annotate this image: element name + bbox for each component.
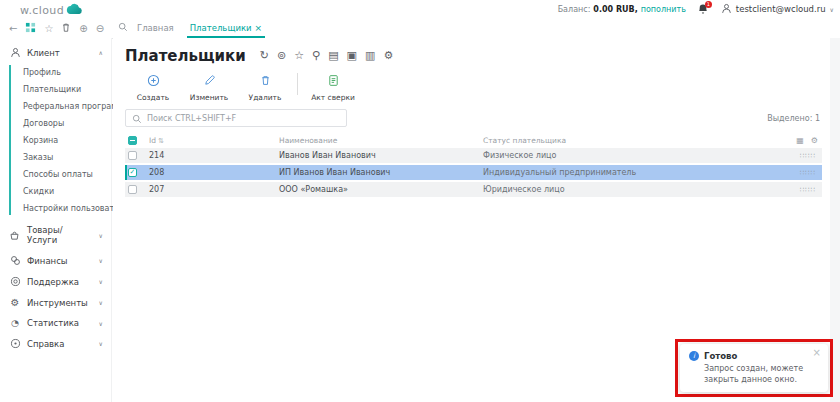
toolbar-button-label: Удалить: [249, 93, 282, 102]
document-icon[interactable]: ▤: [328, 50, 338, 62]
row-checkbox[interactable]: [128, 151, 137, 160]
basket-icon: [9, 230, 21, 241]
sidebar-section[interactable]: Клиент∧: [0, 42, 111, 63]
row-checkbox[interactable]: [128, 168, 137, 177]
topup-link[interactable]: пополнить: [641, 5, 686, 14]
sidebar-section-label: Финансы: [27, 256, 68, 266]
sidebar-section[interactable]: ◔Статистика∨: [0, 313, 111, 333]
sidebar-item[interactable]: Корзина: [0, 132, 111, 149]
tab-Плательщики[interactable]: Плательщики×: [190, 18, 262, 38]
sidebar-item[interactable]: Настройки пользователя: [0, 200, 111, 217]
person-icon: [9, 47, 21, 58]
pin-icon[interactable]: ⚲: [312, 50, 320, 62]
toolbar-separator: [297, 73, 298, 95]
close-icon[interactable]: ×: [813, 348, 821, 358]
quick-icons: ←☆⊕⊖: [0, 22, 125, 35]
top-bar: w.cloud Баланс: 0.00 RUB, пополнить 1: [0, 0, 840, 18]
chevron-down-icon: ∨: [99, 232, 103, 239]
globe-icon[interactable]: ⊚: [277, 50, 286, 62]
table-row[interactable]: 214Иванов Иван ИвановичФизическое лицо∷∷…: [125, 148, 822, 163]
sidebar-item[interactable]: Скидки: [0, 183, 111, 200]
tab-close-icon[interactable]: ×: [255, 23, 263, 33]
sort-icon: ⇅: [158, 137, 164, 145]
support-icon: [9, 276, 21, 287]
cell-status: Индивидуальный предприниматель: [483, 168, 774, 177]
report-icon: [327, 72, 340, 91]
cell-status: Юридическое лицо: [483, 185, 774, 194]
row-menu-icon[interactable]: ∷∷∷: [774, 186, 822, 194]
chevron-down-icon: ∨: [99, 320, 103, 327]
chevron-down-icon: ∨: [99, 257, 103, 264]
trash-icon[interactable]: [61, 22, 71, 35]
user-icon: [721, 3, 732, 16]
search-icon[interactable]: [112, 22, 128, 34]
select-all-checkbox[interactable]: [128, 136, 137, 145]
cell-id: 214: [147, 151, 279, 160]
table-row[interactable]: 208ИП Иванов Иван ИвановичИндивидуальный…: [125, 165, 822, 180]
row-checkbox[interactable]: [128, 185, 137, 194]
column-header-status[interactable]: Статус плательщика: [483, 136, 796, 145]
nav-bar: ←☆⊕⊖ ГлавнаяПлательщики×: [0, 18, 840, 39]
search-placeholder: Поиск CTRL+SHIFT+F: [147, 114, 236, 123]
user-menu[interactable]: testclient@wcloud.ru ∨: [721, 3, 834, 16]
chevron-down-icon: ∨: [99, 278, 103, 285]
favorites-icon[interactable]: ☆: [44, 23, 53, 34]
back-icon[interactable]: ←: [9, 23, 17, 34]
column-header-id[interactable]: Id⇅: [147, 136, 279, 145]
toolbar-button[interactable]: Изменить: [181, 72, 237, 102]
sidebar-section-label: Поддержка: [27, 277, 79, 287]
sidebar-item[interactable]: Заказы: [0, 149, 111, 166]
cell-name: ИП Иванов Иван Иванович: [279, 168, 483, 177]
row-menu-icon[interactable]: ∷∷∷: [774, 152, 822, 160]
page-title: Плательщики: [125, 47, 246, 65]
cloud-logo-icon: [66, 2, 83, 18]
sidebar-section[interactable]: Товары/Услуги∨: [0, 220, 111, 250]
row-menu-icon[interactable]: ∷∷∷: [774, 169, 822, 177]
sidebar-item[interactable]: Профиль: [0, 64, 111, 81]
stats-icon: ◔: [9, 318, 21, 328]
cell-name: ООО «Ромашка»: [279, 185, 483, 194]
export-icon[interactable]: ▣: [347, 50, 357, 62]
sidebar-section[interactable]: ⚙Инструменты∨: [0, 292, 111, 313]
toast-title: Готово: [704, 351, 737, 361]
balance: Баланс: 0.00 RUB, пополнить: [558, 5, 686, 14]
delete-icon: [259, 72, 272, 91]
search-input[interactable]: Поиск CTRL+SHIFT+F: [125, 109, 347, 127]
table-row[interactable]: 207ООО «Ромашка»Юридическое лицо∷∷∷: [125, 182, 822, 197]
apps-icon[interactable]: [25, 22, 36, 35]
toolbar-button[interactable]: Удалить: [237, 72, 293, 102]
sidebar-item[interactable]: Договоры: [0, 115, 111, 132]
tab-Главная[interactable]: Главная: [137, 18, 174, 38]
sidebar-section[interactable]: Справка∨: [0, 333, 111, 354]
columns-icon[interactable]: ▦: [796, 136, 804, 145]
sidebar-item[interactable]: Плательщики: [0, 81, 111, 98]
sidebar-section[interactable]: Финансы∨: [0, 250, 111, 271]
sidebar-section[interactable]: Поддержка∨: [0, 271, 111, 292]
sidebar-submenu: ПрофильПлательщикиРеферальная программаД…: [0, 63, 111, 220]
add-circle-icon[interactable]: ⊕: [79, 23, 87, 34]
toolbar-button[interactable]: Создать: [125, 72, 181, 102]
cell-name: Иванов Иван Иванович: [279, 151, 483, 160]
star-icon[interactable]: ☆: [294, 50, 304, 62]
table-settings-icon[interactable]: ⚙: [811, 136, 818, 145]
column-header-name[interactable]: Наименование: [279, 136, 483, 145]
toolbar-button[interactable]: Акт сверки: [305, 72, 361, 102]
toolbar-button-label: Акт сверки: [311, 93, 355, 102]
sidebar-item[interactable]: Способы оплаты: [0, 166, 111, 183]
chevron-up-icon: ∧: [99, 49, 103, 56]
plus-circle-icon: [147, 72, 160, 91]
sidebar-item[interactable]: Реферальная программа: [0, 98, 111, 115]
printer-icon[interactable]: ▥: [365, 50, 375, 62]
notifications-bell-icon[interactable]: 1: [697, 3, 710, 16]
tab-label: Плательщики: [190, 23, 252, 33]
info-icon: i: [689, 351, 699, 361]
sidebar: Клиент∧ПрофильПлательщикиРеферальная про…: [0, 38, 112, 402]
settings-icon[interactable]: ⚙: [383, 50, 393, 62]
page-title-actions: ↻⊚☆⚲▤▣▥⚙: [260, 50, 393, 62]
table-header-icons: ▦⚙: [796, 136, 822, 145]
remove-circle-icon[interactable]: ⊖: [96, 23, 104, 34]
balance-value: 0.00 RUB,: [593, 5, 637, 14]
cell-id: 207: [147, 185, 279, 194]
refresh-icon[interactable]: ↻: [260, 50, 269, 62]
sidebar-section-label: Клиент: [27, 48, 60, 58]
